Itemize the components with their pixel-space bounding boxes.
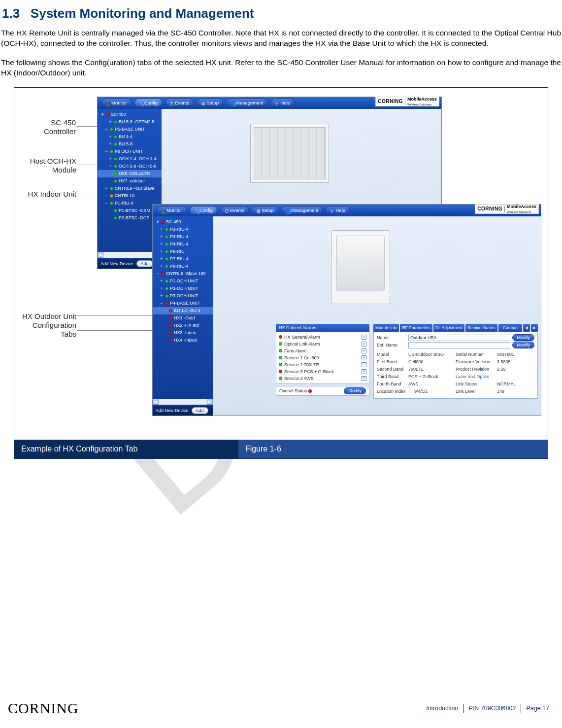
intro-paragraph-1: The HX Remote Unit is centrally managed … xyxy=(1,28,561,49)
modify-button[interactable]: Modify xyxy=(512,342,534,348)
ext-name-input[interactable] xyxy=(408,342,510,348)
alarm-checkbox[interactable]: ✓ xyxy=(362,348,366,353)
info-tabs: Module Info RF Parameters DL Adjustment … xyxy=(373,324,538,332)
nav-setup[interactable]: ⚙Setup xyxy=(252,206,278,214)
tree-item: HX1 -Outd xyxy=(174,315,195,320)
controller-chassis-image xyxy=(250,124,329,183)
alarm-checkbox[interactable] xyxy=(362,362,366,367)
caption-text: Example of HX Configuration Tab xyxy=(14,440,238,458)
nav-monitor[interactable]: 📺Monitor xyxy=(101,99,132,107)
field-value: PCS + G-Block xyxy=(408,374,438,379)
add-device-button[interactable]: Add xyxy=(136,260,153,267)
tabs-next-button[interactable]: ► xyxy=(531,324,538,332)
events-icon: ⏱ xyxy=(169,101,173,105)
alarm-row: Fans Alarm✓ xyxy=(279,347,366,354)
footer-logo: CORNING xyxy=(8,700,79,717)
nav-help[interactable]: ?Help xyxy=(270,99,295,107)
tree-item: P3-RIU-4 xyxy=(170,234,189,239)
monitor-icon: 📺 xyxy=(106,101,110,105)
field-value: 9/4/1/1 xyxy=(414,389,428,394)
tree-item: CNTRL9 -410 Slave xyxy=(115,186,155,191)
nav-management[interactable]: 👥Management xyxy=(226,99,267,107)
nav-help[interactable]: ?Help xyxy=(326,206,350,214)
nav-events[interactable]: ⏱Events xyxy=(165,99,194,107)
tree-item: BU 1-4 xyxy=(119,134,132,139)
nav-setup[interactable]: ⚙Setup xyxy=(197,99,223,107)
tree-item: P5-BASE UNIT xyxy=(115,127,145,132)
management-icon: 👥 xyxy=(231,101,234,105)
field-value: NORMAL xyxy=(497,381,516,386)
monitor-icon: 📺 xyxy=(161,208,165,212)
tree-item: OCH 5-8 -OCH 5-8 xyxy=(119,164,157,169)
add-device-label: Add New Device xyxy=(156,408,189,413)
device-tree-front[interactable]: ▾SC-450 +P2-RIU-4 +P3-RIU-4 +P4-RIU-4 +P… xyxy=(153,216,213,416)
tree-item: P2-BTSC -DCS xyxy=(119,215,150,220)
tree-root: SC-450 xyxy=(111,112,126,117)
alarm-checkbox[interactable]: ✓ xyxy=(362,355,366,360)
setup-icon: ⚙ xyxy=(201,101,205,105)
tab-common[interactable]: Commo xyxy=(498,324,522,332)
field-label: First Band xyxy=(377,359,406,364)
alarm-row: Service 3 PCS + G-Block✓ xyxy=(279,368,366,375)
field-value: 2.59 xyxy=(497,367,506,372)
management-icon: 👥 xyxy=(286,208,290,212)
tree-item: P1-BTSC -GSM xyxy=(119,208,150,213)
link-laser-optics[interactable]: Laser and Optics xyxy=(456,374,495,379)
nav-monitor[interactable]: 📺Monitor xyxy=(157,206,187,214)
page-footer: CORNING Introduction P/N 709C006802 Page… xyxy=(0,698,562,718)
tree-scrollbar[interactable]: ◄► xyxy=(153,399,213,405)
callout-sc450: SC-450 Controller xyxy=(27,118,76,136)
tree-item: HX3 -Indoo xyxy=(174,330,197,335)
section-number: 1.3 xyxy=(2,6,20,21)
tree-item: P3-OCH UNIT xyxy=(170,293,198,298)
callout-outdoor: HX Outdoor Unit Configuration Tabs xyxy=(14,312,76,339)
field-label: Location Index xyxy=(377,389,412,394)
tree-item: P7-RIU-4 xyxy=(170,256,189,261)
tree-item: P1-RIU-4 xyxy=(115,201,133,206)
figure-canvas: SC-450 Controller Host OCH-HX Module HX … xyxy=(14,88,548,440)
alarm-checkbox[interactable]: ✓ xyxy=(362,376,366,381)
figure-caption: Example of HX Configuration Tab Figure 1… xyxy=(14,440,548,458)
add-device-bar: Add New Device Add xyxy=(153,406,213,416)
tab-rf-parameters[interactable]: RF Parameters xyxy=(400,324,432,332)
add-device-button[interactable]: Add xyxy=(192,407,208,414)
tree-item-selected: BU 1-4 -BU 4 xyxy=(174,308,200,313)
tab-module-info[interactable]: Module Info xyxy=(373,324,399,332)
alarm-row: Optical Link Alarm✓ xyxy=(279,341,366,347)
field-label: Link Status xyxy=(456,381,495,386)
nav-events[interactable]: ⏱Events xyxy=(220,206,249,214)
overall-status: Overall Status Modify xyxy=(276,386,369,396)
tree-item: HX7 -outdoor xyxy=(119,178,145,183)
alarm-checkbox[interactable]: ✓ xyxy=(362,342,366,347)
help-icon: ? xyxy=(275,101,279,105)
tab-dl-adjustment[interactable]: DL Adjustment xyxy=(433,324,464,332)
field-label: Link Level xyxy=(456,389,495,394)
tree-item: OCH 1-4 -OCH 1-4 xyxy=(119,156,157,161)
alarm-checkbox[interactable]: ✓ xyxy=(362,335,366,340)
intro-paragraph-2: The following shows the Config(uration) … xyxy=(1,58,561,78)
field-label: Product Revision xyxy=(456,367,495,372)
alarm-checkbox[interactable]: ✓ xyxy=(362,369,366,374)
nav-management[interactable]: 👥Management xyxy=(281,206,323,214)
field-label: Model xyxy=(377,352,406,357)
name-input[interactable] xyxy=(408,335,510,341)
alarm-row: Service 2 700LTE xyxy=(279,361,366,368)
field-value: Cell800 xyxy=(408,359,424,364)
alarms-title: HX Cabinet Alarms xyxy=(276,324,369,332)
setup-icon: ⚙ xyxy=(256,208,260,212)
caption-figure-number: Figure 1-6 xyxy=(238,440,548,458)
tree-item: P1-OCH UNIT xyxy=(170,278,198,283)
field-label: Second Band xyxy=(377,367,406,372)
tab-service-alarms[interactable]: Service Alarms xyxy=(465,324,497,332)
nav-config[interactable]: 🔧Config xyxy=(190,206,217,214)
section-title: System Monitoring and Management xyxy=(31,6,254,21)
modify-button[interactable]: Modify xyxy=(512,334,534,341)
modify-button[interactable]: Modify xyxy=(344,387,366,394)
tabs-prev-button[interactable]: ◄ xyxy=(523,324,530,332)
footer-part-number: P/N 709C006802 xyxy=(464,705,521,712)
tree-item: P8 OCH UNIT xyxy=(115,149,143,154)
field-label: Serial Number xyxy=(456,352,495,357)
module-info-panel: Module Info RF Parameters DL Adjustment … xyxy=(373,324,538,399)
tree-item: P2-OCH UNIT xyxy=(170,286,198,291)
nav-config[interactable]: 🔧Config xyxy=(134,99,162,107)
